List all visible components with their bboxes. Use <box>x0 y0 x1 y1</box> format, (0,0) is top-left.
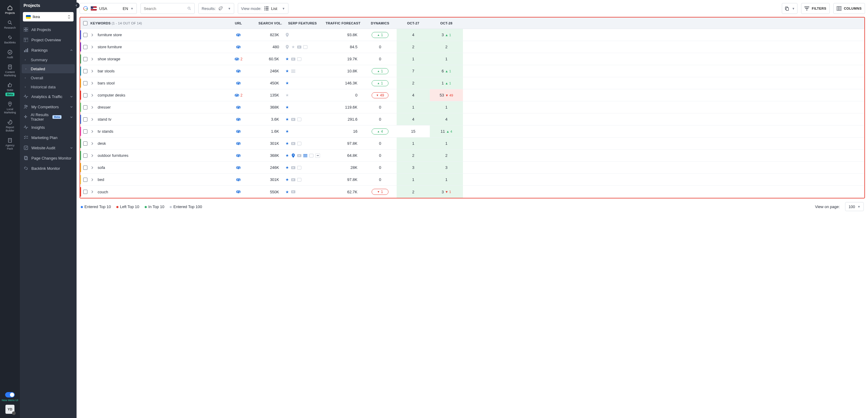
rail-item-backlinks[interactable]: Backlinks <box>3 32 17 47</box>
sidebar-item-analytics-traffic[interactable]: Analytics & Traffic <box>20 91 76 102</box>
rail-item-content-marketing[interactable]: ContentMarketing <box>3 62 17 80</box>
row-checkbox[interactable] <box>83 81 87 85</box>
keyword-text[interactable]: store furniture <box>98 44 122 49</box>
url-link-icon[interactable] <box>236 33 241 37</box>
col-date2[interactable]: OCT-28 <box>430 22 463 25</box>
rail-item-research[interactable]: Research <box>3 17 17 32</box>
sidebar-item-insights[interactable]: Insights <box>20 122 76 132</box>
copy-button[interactable]: ▼ <box>782 3 798 14</box>
row-checkbox[interactable] <box>83 117 87 122</box>
more-icon[interactable]: ••• <box>315 153 320 158</box>
expand-row-button[interactable] <box>91 33 94 36</box>
row-checkbox[interactable] <box>83 178 87 182</box>
rail-item-audit[interactable]: Audit <box>3 47 17 62</box>
row-checkbox[interactable] <box>83 33 87 37</box>
sidebar-item-ai-results-tracker[interactable]: AI Results TrackerBeta <box>20 112 76 122</box>
url-link-icon[interactable] <box>236 118 241 121</box>
sidebar-item-my-competitors[interactable]: My Competitors <box>20 102 76 112</box>
row-checkbox[interactable] <box>83 45 87 49</box>
row-checkbox[interactable] <box>83 153 87 158</box>
col-url[interactable]: URL <box>228 22 249 25</box>
rail-item-local-marketing[interactable]: LocalMarketing <box>3 99 17 117</box>
sidebar-item-marketing-plan[interactable]: Marketing Plan <box>20 132 76 143</box>
url-link-icon[interactable] <box>236 154 241 157</box>
row-checkbox[interactable] <box>83 69 87 73</box>
search-input[interactable] <box>144 6 185 11</box>
collapse-sidebar-button[interactable] <box>73 2 80 8</box>
expand-row-button[interactable] <box>91 106 94 109</box>
url-link-icon[interactable] <box>236 130 241 133</box>
sidebar-item-rankings[interactable]: Rankings <box>20 45 76 55</box>
keyword-text[interactable]: shoe storage <box>98 57 120 61</box>
keyword-text[interactable]: computer desks <box>98 93 125 97</box>
row-checkbox[interactable] <box>83 57 87 61</box>
user-avatar[interactable]: YD <box>5 405 14 414</box>
keyword-text[interactable]: bars stool <box>98 81 115 85</box>
url-link-icon[interactable] <box>236 178 241 182</box>
expand-row-button[interactable] <box>91 142 94 145</box>
sidebar-subitem-detailed[interactable]: Detailed <box>22 64 75 73</box>
row-checkbox[interactable] <box>83 105 87 110</box>
row-checkbox[interactable] <box>83 142 87 146</box>
sidebar-subitem-overall[interactable]: Overall <box>20 73 76 82</box>
url-link-icon[interactable] <box>236 142 241 145</box>
expand-row-button[interactable] <box>91 178 94 181</box>
url-link-icon[interactable] <box>235 93 239 97</box>
keyword-text[interactable]: couch <box>98 190 108 194</box>
filters-button[interactable]: FILTERS <box>801 3 830 14</box>
expand-row-button[interactable] <box>91 82 94 85</box>
url-link-icon[interactable] <box>236 69 241 73</box>
sidebar-item-page-changes-monitor[interactable]: Page Changes Monitor <box>20 153 76 163</box>
menu-ui-toggle[interactable] <box>5 392 15 397</box>
url-link-icon[interactable] <box>236 190 241 193</box>
keyword-text[interactable]: sofa <box>98 165 105 170</box>
expand-row-button[interactable] <box>91 130 94 133</box>
url-link-icon[interactable] <box>235 57 239 61</box>
rail-item-report-builder[interactable]: ReportBuilder <box>3 117 17 135</box>
col-date1[interactable]: OCT-27 <box>397 22 430 25</box>
keyword-text[interactable]: furniture store <box>98 33 122 37</box>
row-checkbox[interactable] <box>83 166 87 170</box>
col-traffic-forecast[interactable]: TRAFFIC FORECAST <box>321 22 364 25</box>
keyword-text[interactable]: desk <box>98 141 106 146</box>
col-search-vol[interactable]: SEARCH VOL. <box>249 22 285 25</box>
view-mode-selector[interactable]: View mode: List ▼ <box>238 3 288 14</box>
sidebar-item-backlink-monitor[interactable]: Backlink Monitor <box>20 163 76 173</box>
expand-row-button[interactable] <box>91 58 94 61</box>
url-link-icon[interactable] <box>236 106 241 109</box>
keyword-text[interactable]: tv stands <box>98 129 113 133</box>
project-selector[interactable]: Ikea <box>23 12 73 22</box>
sidebar-item-website-audit[interactable]: Website Audit <box>20 143 76 153</box>
url-link-icon[interactable] <box>236 45 241 49</box>
row-checkbox[interactable] <box>83 93 87 97</box>
expand-row-button[interactable] <box>91 154 94 157</box>
sidebar-subitem-summary[interactable]: Summary <box>20 55 76 64</box>
expand-row-button[interactable] <box>91 166 94 169</box>
url-link-icon[interactable] <box>236 82 241 85</box>
expand-row-button[interactable] <box>91 70 94 73</box>
keyword-text[interactable]: bed <box>98 177 104 182</box>
keyword-text[interactable]: outdoor furnitures <box>98 153 128 158</box>
row-checkbox[interactable] <box>83 129 87 133</box>
keyword-text[interactable]: dresser <box>98 105 111 110</box>
search-box[interactable] <box>141 3 195 14</box>
rail-item-agency-pack[interactable]: AgencyPack <box>3 135 17 153</box>
row-checkbox[interactable] <box>83 190 87 194</box>
page-size-select[interactable]: 100 ▼ <box>845 202 864 211</box>
keyword-text[interactable]: bar stools <box>98 69 115 73</box>
sidebar-item-project-overview[interactable]: Project Overview <box>20 35 76 45</box>
expand-row-button[interactable] <box>91 94 94 97</box>
sidebar-subitem-historical-data[interactable]: Historical data <box>20 82 76 91</box>
url-link-icon[interactable] <box>236 166 241 170</box>
col-serp-features[interactable]: SERP FEATURES <box>285 22 321 25</box>
sidebar-item-all-projects[interactable]: All Projects <box>20 24 76 35</box>
expand-row-button[interactable] <box>91 46 94 49</box>
results-filter[interactable]: Results: ▼ <box>198 3 234 14</box>
rail-item-smm[interactable]: SMMBeta <box>3 80 17 99</box>
select-all-checkbox[interactable] <box>83 21 87 25</box>
search-engine-selector[interactable]: USA EN ▼ <box>80 3 137 14</box>
rail-item-projects[interactable]: Projects <box>3 2 17 17</box>
columns-button[interactable]: COLUMNS <box>833 3 865 14</box>
keyword-text[interactable]: stand tv <box>98 117 112 122</box>
col-dynamics[interactable]: DYNAMICS <box>364 22 397 25</box>
